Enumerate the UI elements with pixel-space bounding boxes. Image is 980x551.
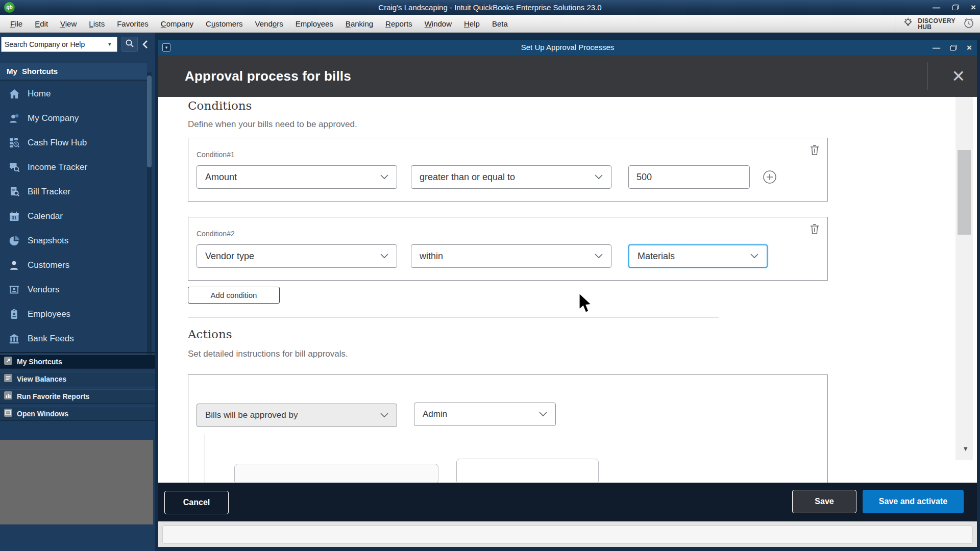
section-divider (188, 317, 719, 318)
sidebar-item-calendar[interactable]: 31 Calendar (0, 204, 147, 229)
menu-reports[interactable]: Reports (379, 19, 419, 28)
search-input[interactable] (1, 37, 117, 52)
sidebar-item-my-company[interactable]: My Company (0, 106, 147, 131)
my-company-icon (8, 112, 21, 125)
chevron-down-icon (539, 410, 547, 419)
condition-1-field-dropdown[interactable]: Amount (197, 165, 397, 189)
menu-banking[interactable]: Banking (339, 19, 379, 28)
open-windows-icon (4, 409, 12, 419)
condition-2-operator-dropdown[interactable]: within (411, 244, 611, 268)
bottom-nav-my-shortcuts[interactable]: My Shortcuts (0, 355, 155, 369)
partial-field-2[interactable] (456, 459, 599, 483)
condition-1-field-value: Amount (205, 172, 380, 183)
menu-view[interactable]: View (54, 19, 83, 28)
sidebar-item-cash-flow-hub[interactable]: $ Cash Flow Hub (0, 131, 147, 155)
menu-help[interactable]: Help (458, 19, 486, 28)
collapse-sidebar-button[interactable] (142, 40, 148, 51)
condition-1-operator-value: greater than or equal to (420, 172, 595, 183)
delete-condition-2-button[interactable] (809, 222, 820, 237)
menu-customers[interactable]: Customers (200, 19, 249, 28)
partial-field-1[interactable] (234, 464, 438, 483)
cancel-button[interactable]: Cancel (164, 491, 229, 514)
actions-card: Bills will be approved by Admin (188, 374, 828, 483)
menu-lists[interactable]: Lists (83, 19, 111, 28)
setup-approval-window: ▾ Set Up Approval Processes — × Approval… (155, 33, 980, 551)
scroll-down-arrow-icon[interactable]: ▼ (962, 445, 969, 453)
add-condition-button[interactable]: Add condition (188, 287, 280, 304)
condition-2-card: Condition#2 Vendor type within Materials (188, 217, 828, 281)
sidebar-item-snapshots[interactable]: Snapshots (0, 229, 147, 253)
discovery-hub-label2: HUB (918, 23, 932, 31)
condition-1-label: Condition#1 (197, 151, 235, 159)
condition-1-operator-dropdown[interactable]: greater than or equal to (411, 165, 611, 189)
cash-flow-hub-icon: $ (8, 136, 21, 149)
snapshots-icon (8, 234, 21, 247)
sidebar-item-bank-feeds[interactable]: Bank Feeds (0, 327, 147, 351)
chevron-down-icon (380, 411, 388, 420)
chevron-down-icon (750, 252, 758, 261)
bank-feeds-icon (8, 332, 21, 345)
chevron-left-icon (142, 42, 148, 51)
sidebar-item-label: My Company (28, 113, 79, 123)
menu-beta[interactable]: Beta (486, 19, 514, 28)
vendors-icon (8, 283, 21, 296)
chevron-down-icon (595, 252, 603, 261)
sidebar-scrollbar-thumb[interactable] (147, 76, 152, 167)
dialog-scrollbar-thumb[interactable] (958, 150, 971, 235)
approver-type-value: Bills will be approved by (205, 410, 380, 420)
actions-heading: Actions (188, 328, 232, 341)
sidebar-item-vendors[interactable]: Vendors (0, 278, 147, 302)
minimize-icon[interactable]: — (933, 4, 940, 11)
sidebar-item-income-tracker[interactable]: Income Tracker (0, 155, 147, 180)
menu-file[interactable]: File (4, 19, 29, 28)
dialog-scrollbar[interactable] (955, 97, 973, 460)
bottom-nav-label: Open Windows (17, 410, 68, 418)
restore-icon[interactable] (952, 5, 959, 10)
approver-user-dropdown[interactable]: Admin (414, 403, 556, 426)
close-icon[interactable]: × (971, 3, 976, 12)
menu-window[interactable]: Window (419, 19, 458, 28)
bottom-nav-view-balances[interactable]: View Balances (0, 372, 155, 386)
menu-edit[interactable]: Edit (29, 19, 54, 28)
income-tracker-icon (8, 161, 21, 174)
app-title: Craig's Landscaping - Intuit QuickBooks … (0, 0, 980, 15)
menu-employees[interactable]: Employees (289, 19, 339, 28)
add-value-plus-icon[interactable] (763, 170, 777, 186)
svg-text:31: 31 (12, 215, 17, 220)
sidebar-section-title: My Shortcuts (0, 63, 147, 81)
window-close-icon[interactable]: × (967, 43, 972, 52)
sidebar-item-employees[interactable]: Employees (0, 302, 147, 327)
search-button[interactable] (121, 37, 138, 52)
reminders-clock-button[interactable] (958, 17, 979, 31)
condition-2-operator-value: within (420, 251, 595, 262)
window-maximize-icon[interactable] (950, 45, 957, 51)
delete-condition-1-button[interactable] (809, 143, 820, 158)
condition-1-card: Condition#1 Amount greater than or equal… (188, 138, 828, 202)
menu-company[interactable]: Company (155, 19, 200, 28)
sidebar-item-bill-tracker[interactable]: Bill Tracker (0, 180, 147, 204)
discovery-hub-button[interactable]: DISCOVERY HUB (899, 16, 958, 32)
search-row: ▾ (0, 33, 155, 56)
window-minimize-icon[interactable]: — (933, 44, 940, 52)
left-sidebar: ▾ My Shortcuts Home My Company $ Cash Fl… (0, 33, 155, 551)
menu-favorites[interactable]: Favorites (111, 19, 155, 28)
approver-type-dropdown[interactable]: Bills will be approved by (197, 404, 397, 427)
sidebar-item-home[interactable]: Home (0, 82, 147, 106)
sidebar-item-label: Home (28, 89, 51, 99)
bottom-nav-open-windows[interactable]: Open Windows (0, 407, 155, 421)
condition-1-amount-input[interactable] (628, 165, 750, 189)
menu-vendors[interactable]: Vendors (249, 19, 289, 28)
condition-2-field-dropdown[interactable]: Vendor type (197, 244, 397, 268)
dialog-header: Approval process for bills × (158, 55, 977, 97)
sidebar-item-label: Employees (28, 309, 70, 319)
save-and-activate-button[interactable]: Save and activate (863, 490, 964, 513)
menu-separator (895, 17, 895, 31)
sidebar-item-customers[interactable]: Customers (0, 253, 147, 278)
window-lower-strip (158, 521, 977, 547)
condition-2-value-dropdown[interactable]: Materials (628, 244, 768, 268)
save-button[interactable]: Save (792, 490, 856, 513)
dialog-close-icon[interactable]: × (952, 62, 965, 90)
sidebar-item-label: Bill Tracker (28, 187, 70, 197)
bottom-nav-run-favorite-reports[interactable]: Run Favorite Reports (0, 389, 155, 404)
condition-2-value: Materials (638, 251, 750, 262)
